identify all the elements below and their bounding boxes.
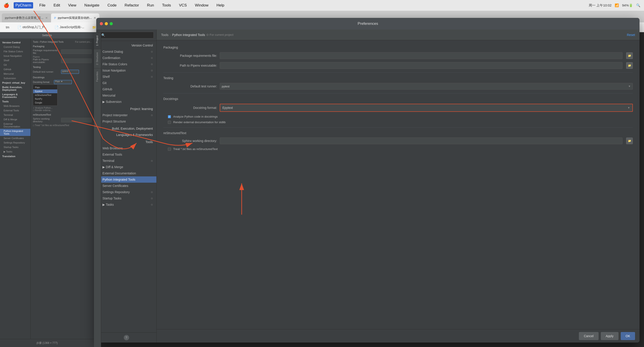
mini-item-ext[interactable]: External Tools bbox=[0, 108, 30, 113]
sidebar-item-mercurial[interactable]: Mercurial bbox=[96, 92, 156, 99]
sidebar-item-confirmation[interactable]: Confirmation ⊙ bbox=[96, 55, 156, 61]
sidebar-item-project-structure[interactable]: Project Structure bbox=[96, 118, 156, 125]
mini-item-pit[interactable]: Python Integrated Tools bbox=[0, 129, 30, 136]
tab1-close[interactable]: ✕ bbox=[45, 16, 48, 20]
mini-item-tools-header[interactable]: Tools bbox=[0, 99, 30, 104]
menu-refactor[interactable]: Refactor bbox=[123, 2, 141, 8]
test-runner-select[interactable]: pytest ▼ bbox=[220, 83, 633, 90]
mini-item-settingsrepo[interactable]: Settings Repository bbox=[0, 140, 30, 145]
mini-item-subversion[interactable]: Subversion bbox=[0, 76, 30, 80]
apply-button[interactable]: Apply bbox=[601, 332, 618, 340]
sidebar-item-ext-doc[interactable]: External Documentation bbox=[96, 170, 156, 176]
mini-pipenv-input[interactable] bbox=[61, 58, 92, 63]
sidebar-item-subversion[interactable]: ▶ Subversion bbox=[96, 99, 156, 105]
browser-tab-2[interactable]: P pycharm实现设置自动的... ✕ bbox=[51, 13, 99, 22]
bookmark-js[interactable]: 📄 JavaScript指南-... bbox=[52, 24, 86, 30]
sidebar-item-languages[interactable]: ▶ Languages & Frameworks bbox=[96, 132, 156, 138]
mini-item-servercert[interactable]: Server Certificates bbox=[0, 136, 30, 140]
reset-button[interactable]: Reset bbox=[627, 33, 635, 37]
pipenv-browse[interactable]: 📁 bbox=[626, 62, 633, 69]
mini-item-commit[interactable]: Commit Dialog bbox=[0, 45, 30, 49]
sidebar-item-version-control[interactable]: ▼ Version Control bbox=[96, 42, 156, 48]
tab2-close[interactable]: ✕ bbox=[94, 16, 96, 20]
vtab-structure[interactable]: 2: Structure bbox=[94, 49, 101, 68]
sidebar-item-commit-dialog[interactable]: Commit Dialog ⊙ bbox=[96, 48, 156, 55]
menu-run[interactable]: Run bbox=[145, 2, 156, 8]
mini-opt-epytext[interactable]: Epytext bbox=[33, 89, 57, 93]
mini-sphinx-input[interactable] bbox=[61, 118, 92, 122]
treat-txt-checkbox[interactable] bbox=[168, 148, 171, 151]
sidebar-item-project-learning[interactable]: ▼ Project: learning bbox=[96, 106, 156, 112]
menu-window[interactable]: Window bbox=[193, 2, 210, 8]
sidebar-item-shelf[interactable]: Shelf ⊙ bbox=[96, 73, 156, 80]
sphinx-browse[interactable]: 📁 bbox=[626, 137, 633, 144]
mini-item-web[interactable]: Web Browsers bbox=[0, 104, 30, 108]
pkg-req-browse[interactable]: 📁 bbox=[626, 52, 633, 59]
sidebar-item-external-tools[interactable]: External Tools bbox=[96, 151, 156, 158]
menu-pycharm[interactable]: PyCharm bbox=[14, 2, 33, 8]
menu-tools[interactable]: Tools bbox=[160, 2, 173, 8]
mini-item-startuptasks[interactable]: Startup Tasks bbox=[0, 145, 30, 149]
sidebar-item-issue-nav[interactable]: Issue Navigation ⊙ bbox=[96, 67, 156, 73]
menu-vcs[interactable]: VCS bbox=[177, 2, 189, 8]
mini-opt-rst[interactable]: reStructuredText bbox=[33, 93, 57, 97]
vtab-project[interactable]: 1: Project bbox=[94, 32, 101, 49]
docstring-format-select[interactable]: Epytext ▼ bbox=[220, 104, 633, 112]
mini-item-vc[interactable]: Version Control bbox=[0, 40, 30, 45]
sidebar-item-git[interactable]: Git bbox=[96, 80, 156, 86]
mini-opt-numpy[interactable]: NumPy bbox=[33, 97, 57, 101]
mini-item-file-status[interactable]: File Status Colors bbox=[0, 49, 30, 54]
sidebar-item-build[interactable]: ▶ Build, Execution, Deployment bbox=[96, 125, 156, 132]
tl-minimize[interactable] bbox=[105, 22, 108, 25]
mini-item-mercurial[interactable]: Mercurial bbox=[0, 71, 30, 76]
sidebar-item-github[interactable]: GitHub bbox=[96, 86, 156, 92]
menu-edit[interactable]: Edit bbox=[52, 2, 62, 8]
mini-item-issue-nav[interactable]: Issue Navigation bbox=[0, 54, 30, 58]
sidebar-item-startup-tasks[interactable]: Startup Tasks ⊙ bbox=[96, 195, 156, 201]
mini-opt-google[interactable]: Google bbox=[33, 101, 57, 105]
menu-help[interactable]: Help bbox=[214, 2, 226, 8]
sidebar-item-diff-merge[interactable]: ▶ Diff & Merge bbox=[96, 164, 156, 170]
mini-docstring-select[interactable]: Plain ▼ bbox=[54, 80, 72, 84]
mini-item-project-vb[interactable]: Project: virtual_buy bbox=[0, 80, 30, 85]
mini-item-extdoc[interactable]: External Documentation bbox=[0, 122, 30, 129]
search-icon[interactable]: 🔍 bbox=[636, 3, 640, 7]
sidebar-item-settings-repo[interactable]: Settings Repository ⊙ bbox=[96, 189, 156, 195]
sidebar-item-python-integrated[interactable]: Python Integrated Tools bbox=[96, 176, 156, 183]
mini-runner-select[interactable]: pytest bbox=[61, 70, 79, 74]
help-button[interactable]: ? bbox=[124, 335, 129, 340]
cancel-button[interactable]: Cancel bbox=[579, 332, 598, 340]
mini-item-terminal[interactable]: Terminal bbox=[0, 113, 30, 117]
sphinx-dir-input[interactable] bbox=[220, 137, 622, 144]
browser-tab-1[interactable]: pycharm参数怎么设置视_百... ✕ bbox=[2, 13, 51, 22]
bookmark-photoshop[interactable]: 📄 otoShop入门_P... bbox=[15, 24, 49, 30]
mini-item-shelf[interactable]: Shelf bbox=[0, 58, 30, 63]
mini-item-lf[interactable]: Languages & Frameworks bbox=[0, 92, 30, 99]
sidebar-item-tools-section[interactable]: ▼ Tools bbox=[96, 139, 156, 145]
tl-maximize[interactable] bbox=[110, 22, 113, 25]
sidebar-item-tasks[interactable]: ▶ Tasks ⊙ bbox=[96, 201, 156, 208]
analyze-checkbox[interactable]: ✓ bbox=[168, 115, 171, 118]
mini-opt-plain1[interactable]: Plain bbox=[33, 86, 57, 89]
pipenv-input[interactable] bbox=[220, 62, 622, 69]
menu-navigate[interactable]: Navigate bbox=[82, 2, 101, 8]
menu-file[interactable]: File bbox=[38, 2, 47, 8]
mini-item-tasks-m[interactable]: ▶ Tasks bbox=[0, 149, 30, 154]
sidebar-item-terminal[interactable]: Terminal ⊙ bbox=[96, 158, 156, 164]
apple-menu[interactable]: 🍎 bbox=[4, 3, 9, 8]
mini-item-github[interactable]: GitHub bbox=[0, 67, 30, 71]
mini-item-git[interactable]: Git bbox=[0, 63, 30, 67]
sidebar-item-server-cert[interactable]: Server Certificates bbox=[96, 183, 156, 189]
mini-item-translation[interactable]: Translation bbox=[0, 154, 30, 159]
sidebar-item-file-status[interactable]: File Status Colors ⊙ bbox=[96, 61, 156, 67]
bookmark-tm[interactable]: tm bbox=[4, 24, 12, 30]
sidebar-item-project-interpreter[interactable]: Project Interpreter ⊙ bbox=[96, 112, 156, 118]
ok-button[interactable]: OK bbox=[621, 332, 635, 340]
mini-item-diff[interactable]: Diff & Merge bbox=[0, 117, 30, 122]
sidebar-item-web-browsers[interactable]: Web Browsers bbox=[96, 145, 156, 151]
menu-view[interactable]: View bbox=[66, 2, 78, 8]
sidebar-search-input[interactable] bbox=[99, 32, 154, 38]
mini-item-bed[interactable]: Build, Execution, Deployment bbox=[0, 85, 30, 92]
vtab-favorites[interactable]: Favorites bbox=[94, 68, 101, 85]
tl-close[interactable] bbox=[100, 22, 103, 25]
